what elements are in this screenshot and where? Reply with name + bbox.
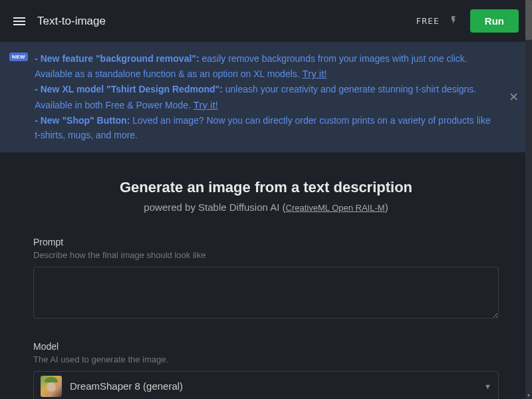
banner-item-2-title: - New XL model "Tshirt Design Redmond": bbox=[35, 84, 223, 94]
new-badge: NEW bbox=[9, 53, 28, 61]
scrollbar-thumb[interactable] bbox=[525, 0, 532, 40]
model-thumbnail bbox=[41, 376, 62, 397]
page-title: Text-to-image bbox=[37, 15, 106, 28]
banner-content: - New feature "background removal": easi… bbox=[35, 51, 499, 143]
chevron-down-icon: ▼ bbox=[484, 382, 491, 390]
prompt-hint: Describe how the final image should look… bbox=[33, 250, 499, 260]
model-label: Model bbox=[33, 341, 499, 352]
model-field-group: Model The AI used to generate the image.… bbox=[33, 341, 499, 399]
main-subtitle: powered by Stable Diffusion AI (Creative… bbox=[33, 201, 499, 213]
try-it-link-2[interactable]: Try it! bbox=[194, 99, 218, 110]
banner-item-1-title: - New feature "background removal": bbox=[35, 53, 199, 64]
free-label: FREE bbox=[416, 16, 440, 26]
subtitle-prefix: powered by Stable Diffusion AI ( bbox=[144, 201, 285, 213]
close-icon[interactable]: ✕ bbox=[509, 90, 519, 104]
run-button[interactable]: Run bbox=[470, 9, 519, 33]
scrollbar-track[interactable]: ▴ ▾ bbox=[525, 0, 532, 399]
main-heading: Generate an image from a text descriptio… bbox=[33, 179, 499, 196]
model-selected-name: DreamShaper 8 (general) bbox=[70, 380, 484, 392]
prompt-field-group: Prompt Describe how the final image shou… bbox=[33, 237, 499, 321]
app-header: Text-to-image FREE Run bbox=[0, 0, 532, 42]
model-select[interactable]: DreamShaper 8 (general) ▼ bbox=[33, 371, 499, 399]
banner-item-3-title: - New "Shop" Button: bbox=[35, 115, 130, 126]
news-banner: NEW - New feature "background removal": … bbox=[0, 42, 532, 152]
main-content: Generate an image from a text descriptio… bbox=[0, 152, 532, 399]
subtitle-suffix: ) bbox=[385, 201, 388, 213]
model-hint: The AI used to generate the image. bbox=[33, 354, 499, 364]
scroll-down-icon[interactable]: ▾ bbox=[525, 392, 532, 399]
license-link[interactable]: CreativeML Open RAIL-M bbox=[286, 203, 385, 213]
hamburger-menu-icon[interactable] bbox=[13, 17, 25, 25]
try-it-link-1[interactable]: Try it! bbox=[303, 68, 327, 79]
prompt-label: Prompt bbox=[33, 237, 499, 247]
bolt-icon[interactable] bbox=[449, 14, 458, 29]
prompt-input[interactable] bbox=[33, 267, 499, 319]
